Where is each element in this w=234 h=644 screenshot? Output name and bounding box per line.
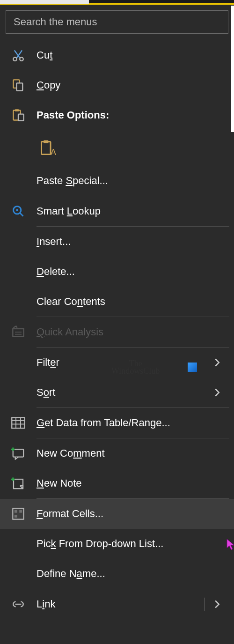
svg-rect-7	[42, 142, 51, 155]
split-divider	[205, 598, 205, 611]
menu-item-get-data[interactable]: Get Data from Table/Range...	[0, 408, 234, 438]
menu-item-clear-contents[interactable]: Clear Contents	[0, 287, 234, 317]
menu-label: Clear Contents	[37, 296, 227, 308]
svg-rect-3	[17, 83, 23, 90]
menu-item-format-cells[interactable]: Format Cells...	[0, 499, 234, 529]
svg-point-0	[13, 57, 16, 60]
paste-icon	[0, 109, 37, 122]
menu-label: Paste Special...	[37, 175, 227, 187]
menu-search-input[interactable]	[14, 16, 220, 28]
svg-rect-6	[18, 114, 24, 121]
svg-rect-8	[44, 141, 49, 143]
new-comment-icon	[0, 447, 37, 460]
menu-label: Filter	[37, 356, 208, 369]
cut-icon	[0, 49, 37, 62]
table-icon	[0, 417, 37, 429]
menu-label: Format Cells...	[37, 508, 227, 520]
format-cells-icon	[0, 507, 37, 520]
svg-point-1	[20, 57, 23, 60]
svg-rect-29	[15, 510, 17, 513]
paste-options-row: A	[0, 130, 234, 166]
menu-label: Link	[37, 598, 205, 610]
menu-label: Insert...	[37, 236, 227, 248]
menu-item-paste-options: Paste Options:	[0, 100, 234, 130]
menu-item-new-note[interactable]: New Note	[0, 468, 234, 498]
svg-text:A: A	[51, 148, 56, 156]
smart-lookup-icon	[0, 205, 37, 218]
menu-item-pick-from-list[interactable]: Pick From Drop-down List...	[0, 529, 234, 559]
menu-item-new-comment[interactable]: New Comment	[0, 438, 234, 468]
link-icon	[0, 599, 37, 609]
svg-rect-31	[19, 510, 22, 513]
submenu-arrow-icon[interactable]	[208, 600, 227, 609]
window-tab-strip	[0, 0, 234, 5]
menu-item-smart-lookup[interactable]: Smart Lookup	[0, 196, 234, 226]
svg-rect-5	[15, 109, 19, 111]
menu-label: Delete...	[37, 266, 227, 278]
svg-rect-21	[13, 449, 24, 457]
svg-rect-16	[12, 418, 25, 429]
menu-item-copy[interactable]: Copy	[0, 70, 234, 100]
svg-rect-13	[13, 329, 23, 336]
menu-label: Smart Lookup	[37, 205, 227, 217]
menu-item-delete[interactable]: Delete...	[0, 257, 234, 287]
menu-label: Copy	[37, 79, 227, 91]
menu-item-cut[interactable]: Cut	[0, 40, 234, 70]
menu-search[interactable]	[6, 10, 228, 34]
quick-analysis-icon	[0, 326, 37, 339]
menu-label: Define Name...	[37, 568, 227, 580]
svg-point-12	[16, 209, 18, 211]
menu-item-filter[interactable]: Filter	[0, 348, 234, 378]
context-menu: Cut Copy Paste Options: A Paste Special.…	[0, 10, 234, 621]
menu-label: Sort	[37, 386, 208, 399]
menu-label: Pick From Drop-down List...	[37, 538, 227, 550]
menu-item-quick-analysis: Quick Analysis	[0, 317, 234, 347]
menu-item-insert[interactable]: Insert...	[0, 227, 234, 257]
menu-item-link[interactable]: Link	[0, 589, 234, 619]
menu-label: New Note	[37, 477, 227, 489]
svg-line-11	[20, 213, 23, 216]
menu-item-sort[interactable]: Sort	[0, 378, 234, 407]
submenu-arrow-icon	[208, 388, 227, 397]
menu-label: Paste Options:	[37, 109, 227, 121]
menu-item-define-name[interactable]: Define Name...	[0, 559, 234, 589]
menu-item-paste-special[interactable]: Paste Special...	[0, 166, 234, 196]
submenu-arrow-icon	[208, 358, 227, 367]
paste-keep-text-button[interactable]: A	[37, 137, 59, 159]
menu-label: Cut	[37, 49, 227, 61]
svg-rect-30	[15, 515, 17, 518]
menu-label: Quick Analysis	[37, 326, 227, 338]
new-note-icon	[0, 477, 37, 490]
copy-icon	[0, 79, 37, 92]
menu-label: New Comment	[37, 447, 227, 459]
menu-label: Get Data from Table/Range...	[37, 417, 227, 429]
